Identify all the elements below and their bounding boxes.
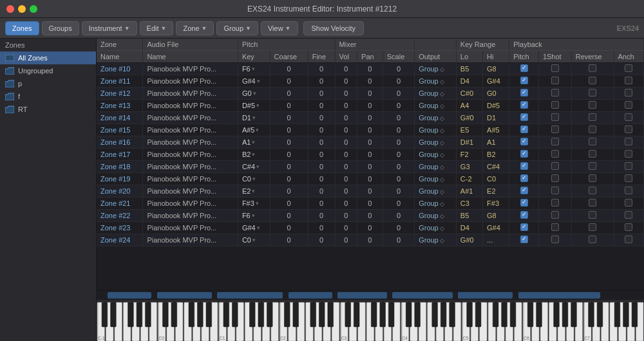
checkbox[interactable]	[625, 150, 632, 158]
checkbox[interactable]	[520, 187, 528, 194]
folder-icon	[5, 92, 14, 101]
checkbox[interactable]	[520, 101, 528, 109]
sidebar-item-p[interactable]: p	[0, 77, 96, 90]
table-cell	[571, 198, 614, 210]
checkbox[interactable]	[589, 199, 596, 207]
sidebar-item-f[interactable]: f	[0, 90, 96, 103]
checkbox[interactable]	[589, 150, 596, 158]
checkbox[interactable]	[625, 101, 632, 109]
checkbox[interactable]	[625, 89, 632, 97]
close-button[interactable]	[6, 5, 14, 13]
checkbox[interactable]	[551, 223, 559, 231]
checkbox[interactable]	[625, 223, 632, 231]
checkbox[interactable]	[625, 199, 632, 207]
table-row[interactable]: Zone #18Pianobook MVP Pro...C#4▾00000Gro…	[97, 161, 644, 173]
checkbox[interactable]	[625, 113, 632, 121]
table-cell: 0	[270, 63, 308, 75]
checkbox[interactable]	[589, 77, 596, 84]
svg-rect-74	[223, 302, 229, 327]
table-row[interactable]: Zone #17Pianobook MVP Pro...B2▾00000Grou…	[97, 149, 644, 161]
table-row[interactable]: Zone #19Pianobook MVP Pro...C0▾00000Grou…	[97, 173, 644, 185]
checkbox[interactable]	[589, 162, 596, 170]
checkbox[interactable]	[589, 174, 596, 182]
table-row[interactable]: Zone #14Pianobook MVP Pro...D1▾00000Grou…	[97, 112, 644, 124]
checkbox[interactable]	[551, 150, 559, 158]
checkbox[interactable]	[551, 101, 559, 109]
checkbox[interactable]	[551, 235, 559, 243]
group-menu[interactable]: Group ▼	[216, 21, 258, 35]
checkbox[interactable]	[589, 211, 596, 219]
instrument-menu[interactable]: Instrument ▼	[82, 21, 137, 35]
checkbox[interactable]	[625, 77, 632, 84]
table-row[interactable]: Zone #15Pianobook MVP Pro...A#5▾00000Gro…	[97, 124, 644, 136]
checkbox[interactable]	[520, 77, 528, 84]
table-row[interactable]: Zone #22Pianobook MVP Pro...F6▾00000Grou…	[97, 210, 644, 222]
checkbox[interactable]	[551, 174, 559, 182]
checkbox[interactable]	[625, 125, 632, 133]
table-cell	[614, 136, 643, 149]
zones-button[interactable]: Zones	[5, 21, 39, 35]
checkbox[interactable]	[551, 211, 559, 219]
checkbox[interactable]	[551, 199, 559, 207]
table-cell	[571, 75, 614, 88]
checkbox[interactable]	[589, 138, 596, 145]
edit-menu[interactable]: Edit ▼	[140, 21, 174, 35]
checkbox[interactable]	[589, 125, 596, 133]
checkbox[interactable]	[520, 199, 528, 207]
table-cell	[538, 210, 571, 222]
checkbox[interactable]	[520, 174, 528, 182]
show-velocity-button[interactable]: Show Velocity	[303, 21, 364, 35]
checkbox[interactable]	[520, 138, 528, 145]
sidebar-item-rt[interactable]: RT	[0, 103, 96, 116]
checkbox[interactable]	[589, 89, 596, 97]
checkbox[interactable]	[625, 174, 632, 182]
checkbox[interactable]	[551, 138, 559, 145]
table-row[interactable]: Zone #21Pianobook MVP Pro...F#3▾00000Gro…	[97, 198, 644, 210]
checkbox[interactable]	[520, 235, 528, 243]
checkbox[interactable]	[520, 64, 528, 72]
checkbox[interactable]	[589, 223, 596, 231]
checkbox[interactable]	[520, 113, 528, 121]
table-row[interactable]: Zone #23Pianobook MVP Pro...G#4▾00000Gro…	[97, 222, 644, 234]
sidebar-item-all-zones[interactable]: All Zones	[0, 51, 96, 64]
sidebar-item-ungrouped[interactable]: Ungrouped	[0, 64, 96, 77]
checkbox[interactable]	[551, 162, 559, 170]
view-menu[interactable]: View ▼	[261, 21, 298, 35]
table-row[interactable]: Zone #20Pianobook MVP Pro...E2▾00000Grou…	[97, 185, 644, 198]
checkbox[interactable]	[625, 138, 632, 145]
zones-table-area[interactable]: ZoneAudio FilePitchMixerKey RangePlaybac…	[97, 39, 644, 290]
table-row[interactable]: Zone #24Pianobook MVP Pro...C0▾00000Grou…	[97, 234, 644, 246]
checkbox[interactable]	[625, 187, 632, 194]
checkbox[interactable]	[625, 235, 632, 243]
checkbox[interactable]	[520, 150, 528, 158]
checkbox[interactable]	[551, 125, 559, 133]
table-row[interactable]: Zone #13Pianobook MVP Pro...D#5▾00000Gro…	[97, 100, 644, 112]
table-row[interactable]: Zone #10Pianobook MVP Pro...F6▾00000Grou…	[97, 63, 644, 75]
checkbox[interactable]	[520, 162, 528, 170]
table-row[interactable]: Zone #11Pianobook MVP Pro...G#4▾00000Gro…	[97, 75, 644, 88]
checkbox[interactable]	[551, 89, 559, 97]
checkbox[interactable]	[551, 187, 559, 194]
checkbox[interactable]	[625, 211, 632, 219]
checkbox[interactable]	[520, 211, 528, 219]
checkbox[interactable]	[551, 113, 559, 121]
checkbox[interactable]	[520, 125, 528, 133]
checkbox[interactable]	[520, 89, 528, 97]
checkbox[interactable]	[625, 162, 632, 170]
checkbox[interactable]	[551, 64, 559, 72]
checkbox[interactable]	[589, 187, 596, 194]
table-row[interactable]: Zone #12Pianobook MVP Pro...G0▾00000Grou…	[97, 88, 644, 100]
minimize-button[interactable]	[18, 5, 26, 13]
checkbox[interactable]	[625, 64, 632, 72]
checkbox[interactable]	[589, 235, 596, 243]
zone-menu[interactable]: Zone ▼	[176, 21, 214, 35]
checkbox[interactable]	[589, 101, 596, 109]
checkbox[interactable]	[520, 223, 528, 231]
table-row[interactable]: Zone #16Pianobook MVP Pro...A1▾00000Grou…	[97, 136, 644, 149]
piano-keyboard[interactable]: C-1C0C1C2C3C4C5C6C7	[97, 300, 644, 341]
checkbox[interactable]	[551, 77, 559, 84]
maximize-button[interactable]	[30, 5, 37, 13]
checkbox[interactable]	[589, 113, 596, 121]
groups-button[interactable]: Groups	[42, 21, 79, 35]
checkbox[interactable]	[589, 64, 596, 72]
